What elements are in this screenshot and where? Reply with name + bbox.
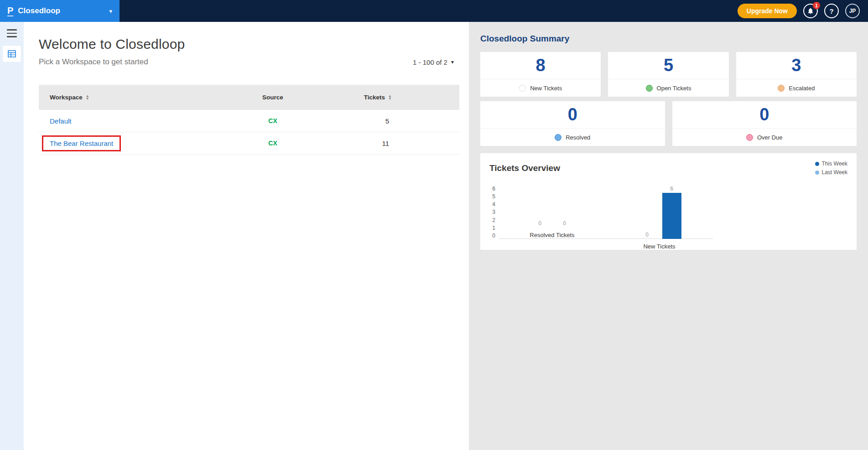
column-label-source: Source: [262, 94, 283, 101]
avatar-initials: JP: [849, 8, 856, 14]
bar-value-label: 0: [645, 232, 649, 238]
column-header-source: Source: [225, 94, 321, 101]
legend-label: Last Week: [822, 169, 847, 176]
legend-item-this-week[interactable]: This Week: [815, 160, 847, 167]
sort-icon[interactable]: ▲▼: [86, 95, 89, 100]
card-label: Over Due: [757, 134, 783, 141]
bar-value-label: 0: [563, 220, 566, 227]
bar-slot: 6: [662, 186, 681, 239]
column-header-workspace[interactable]: Workspace ▲▼: [50, 94, 225, 101]
bell-icon: [807, 7, 814, 15]
card-value: 3: [736, 52, 857, 79]
pagination-label: 1 - 100 of 2: [413, 58, 447, 66]
menu-icon[interactable]: [7, 29, 17, 37]
card-value: 5: [608, 52, 728, 79]
workspace-link-the-bear-restaurant[interactable]: The Bear Restaurant: [50, 140, 113, 147]
column-label-tickets: Tickets: [364, 94, 385, 101]
summary-card-escalated: 3 Escalated: [736, 52, 857, 97]
category-label: Resolved Tickets: [499, 232, 606, 238]
y-tick: 6: [489, 186, 495, 192]
source-value: CX: [225, 140, 321, 147]
summary-card-open-tickets: 5 Open Tickets: [608, 52, 728, 97]
source-value: CX: [225, 117, 321, 124]
workspace-link-default[interactable]: Default: [50, 117, 72, 125]
summary-card-over-due: 0 Over Due: [672, 101, 857, 146]
card-value: 0: [480, 101, 665, 129]
bar-slot: 0: [530, 186, 550, 228]
tickets-overview-card: Tickets Overview This WeekLast Week 6543…: [480, 153, 857, 250]
y-tick: 3: [489, 209, 495, 215]
column-label-workspace: Workspace: [50, 94, 83, 101]
table-row: The Bear Restaurant CX 11: [39, 132, 459, 155]
highlight-box: The Bear Restaurant: [42, 135, 121, 151]
bar-slot: 0: [638, 186, 657, 239]
chart-category-group: 06New Tickets: [606, 186, 713, 238]
y-tick: 0: [489, 233, 495, 239]
blue-circle-icon: [555, 134, 561, 141]
chart-category-group: 00Resolved Tickets: [499, 186, 606, 238]
orange-circle-icon: [778, 85, 785, 92]
green-circle-icon: [646, 85, 653, 92]
sort-icon[interactable]: ▲▼: [388, 95, 392, 100]
chart-plot: 00Resolved Tickets06New Tickets: [499, 186, 713, 239]
tickets-value: 5: [321, 117, 394, 125]
workspace-table: Workspace ▲▼ Source Tickets ▲▼ Default C…: [39, 85, 459, 155]
brand-name: Closedloop: [18, 6, 60, 16]
bar-slot: 0: [555, 186, 574, 228]
question-mark-icon: ?: [829, 7, 833, 15]
sidebar-item-workspaces[interactable]: [3, 46, 21, 62]
card-label: Resolved: [566, 134, 590, 141]
summary-cards-row-2: 0 Resolved 0 Over Due: [480, 101, 857, 146]
bar-this-week: [662, 193, 681, 239]
pink-circle-icon: [746, 134, 753, 141]
bar-chart: 6543210 00Resolved Tickets06New Tickets: [489, 186, 847, 239]
summary-card-new-tickets: 8 New Tickets: [480, 52, 601, 97]
table-header-row: Workspace ▲▼ Source Tickets ▲▼: [39, 85, 459, 110]
bar-pair: 00: [499, 186, 606, 228]
category-label: New Tickets: [606, 243, 713, 250]
closedloop-logo-icon: P: [7, 5, 13, 16]
legend-label: This Week: [822, 160, 847, 167]
y-tick: 1: [489, 225, 495, 231]
legend-item-last-week[interactable]: Last Week: [815, 169, 847, 176]
dashed-circle-icon: [519, 85, 526, 92]
bar-value-label: 6: [670, 186, 673, 192]
chart-legend: This WeekLast Week: [815, 160, 847, 176]
card-value: 8: [480, 52, 601, 79]
legend-dot-icon: [815, 162, 819, 166]
legend-dot-icon: [815, 171, 819, 175]
summary-panel: Closedloop Summary 8 New Tickets 5 Open …: [469, 22, 868, 450]
upgrade-now-button[interactable]: Upgrade Now: [738, 4, 797, 18]
page-subtitle: Pick a Workspace to get started: [39, 57, 148, 67]
pagination-control[interactable]: 1 - 100 of 2 ▾: [413, 58, 459, 66]
y-tick: 2: [489, 217, 495, 223]
page-title: Welcome to Closedloop: [39, 36, 459, 52]
card-value: 0: [672, 101, 857, 129]
chart-y-axis: 6543210: [489, 186, 499, 239]
table-icon: [8, 50, 16, 57]
card-label: Open Tickets: [657, 85, 691, 92]
summary-title: Closedloop Summary: [480, 34, 857, 44]
table-row: Default CX 5: [39, 110, 459, 132]
chevron-down-icon[interactable]: ▾: [109, 8, 112, 15]
header-actions: Upgrade Now 1 ? JP: [738, 4, 868, 18]
notifications-button[interactable]: 1: [803, 4, 818, 18]
chart-title: Tickets Overview: [489, 163, 560, 173]
card-label: Escalated: [789, 85, 815, 92]
y-tick: 5: [489, 193, 495, 200]
column-header-tickets[interactable]: Tickets ▲▼: [321, 94, 394, 101]
chevron-down-icon: ▾: [451, 59, 454, 65]
summary-card-resolved: 0 Resolved: [480, 101, 665, 146]
sidebar: [0, 22, 24, 450]
summary-cards-row-1: 8 New Tickets 5 Open Tickets 3 Escalated: [480, 52, 857, 97]
notification-badge: 1: [813, 2, 820, 9]
bar-value-label: 0: [538, 220, 541, 227]
help-button[interactable]: ?: [824, 4, 839, 18]
top-bar: P Closedloop ▾ Upgrade Now 1 ? JP: [0, 0, 868, 22]
main-content: Welcome to Closedloop Pick a Workspace t…: [24, 22, 469, 450]
tickets-value: 11: [321, 140, 394, 147]
y-tick: 4: [489, 201, 495, 207]
brand-workspace-switcher[interactable]: P Closedloop ▾: [0, 0, 120, 22]
user-avatar[interactable]: JP: [845, 4, 860, 18]
card-label: New Tickets: [530, 85, 562, 92]
